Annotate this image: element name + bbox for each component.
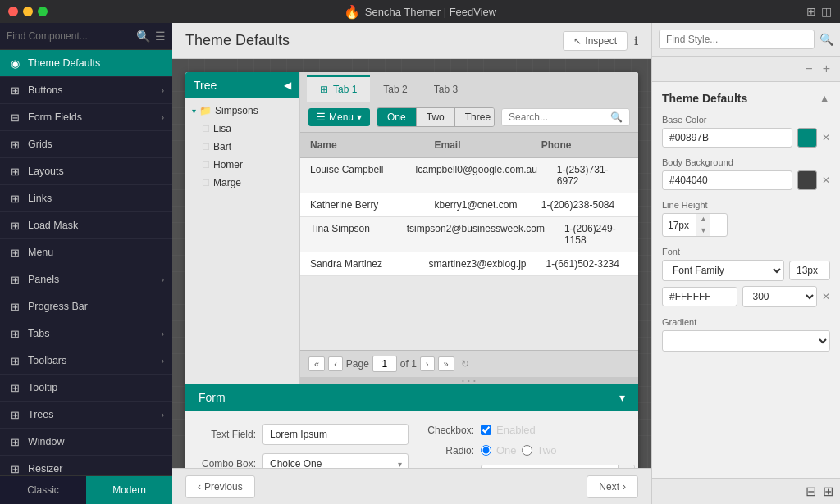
combo-field-label: Combo Box: (199, 458, 256, 468)
sidebar-item-tooltip[interactable]: ⊞ Tooltip (0, 375, 172, 402)
base-color-label: Base Color (662, 115, 830, 125)
sidebar-item-toolbars[interactable]: ⊞ Toolbars › (0, 347, 172, 375)
sidebar-item-buttons[interactable]: ⊞ Buttons › (0, 77, 172, 104)
sidebar-search-input[interactable] (7, 30, 131, 42)
main-content: Theme Defaults ↖ Inspect ℹ Tree ◀ (172, 23, 651, 504)
close-button[interactable] (8, 7, 18, 16)
right-search-input[interactable] (659, 30, 815, 49)
font-size-input[interactable] (789, 261, 830, 280)
progress-bar-icon: ⊞ (8, 300, 21, 313)
sidebar-item-theme-defaults[interactable]: ◉ Theme Defaults (0, 50, 172, 77)
base-color-swatch[interactable] (797, 128, 817, 148)
color-clear-icon[interactable]: ✕ (822, 132, 830, 143)
next-page-button[interactable]: › (420, 356, 435, 371)
tree-node-homer[interactable]: ☐ Homer (185, 156, 299, 174)
right-search-icon[interactable]: 🔍 (819, 33, 833, 46)
radio-two[interactable] (522, 445, 532, 456)
refresh-icon[interactable]: ↻ (461, 358, 469, 370)
sidebar-item-label: Buttons (28, 84, 155, 96)
sidebar-item-grids[interactable]: ⊞ Grids (0, 131, 172, 158)
app-layout: 🔍 ☰ ◉ Theme Defaults ⊞ Buttons › ⊟ Form … (0, 23, 840, 504)
sidebar-item-menu[interactable]: ⊞ Menu (0, 239, 172, 266)
checkbox-input[interactable] (481, 425, 491, 435)
tree-collapse-icon[interactable]: ◀ (284, 79, 291, 91)
col-header-phone: Phone (532, 133, 638, 157)
sidebar-item-trees[interactable]: ⊞ Trees › (0, 402, 172, 429)
tab-3[interactable]: Tab 3 (421, 75, 471, 102)
sidebar-item-links[interactable]: ⊞ Links (0, 185, 172, 212)
grid-view-icon[interactable]: ⊞ (806, 5, 816, 18)
font-color-input[interactable] (662, 287, 737, 306)
base-color-input[interactable] (662, 128, 792, 148)
right-toolbar: − + (652, 57, 840, 82)
body-bg-swatch[interactable] (797, 170, 817, 190)
line-height-stepper: ▲ ▼ (662, 213, 728, 237)
maximize-button[interactable] (38, 7, 48, 16)
modern-button[interactable]: Modern (86, 476, 172, 504)
seg-btn-three[interactable]: Three (455, 108, 495, 126)
tree-node-lisa[interactable]: ☐ Lisa (185, 120, 299, 138)
stepper-buttons: ▲ ▼ (696, 214, 710, 236)
stepper-down-button[interactable]: ▼ (696, 225, 710, 237)
table-row[interactable]: Louise Campbell lcampbell0@google.com.au… (300, 158, 638, 193)
grid-search-input[interactable] (509, 111, 607, 123)
next-button[interactable]: Next › (587, 475, 638, 498)
tree-node-bart[interactable]: ☐ Bart (185, 138, 299, 156)
sidebar-item-label: Trees (28, 409, 155, 420)
sidebar-menu-icon[interactable]: ☰ (155, 30, 166, 43)
last-page-button[interactable]: » (438, 356, 454, 371)
form-body: Text Field: Combo Box: Choice One ▾ (185, 411, 638, 468)
tree-node-marge[interactable]: ☐ Marge (185, 174, 299, 192)
first-page-button[interactable]: « (308, 356, 325, 371)
text-field-input[interactable] (262, 424, 409, 445)
info-icon[interactable]: ℹ (634, 34, 638, 48)
tab-1[interactable]: ⊞ Tab 1 (307, 75, 370, 102)
stepper-up-button[interactable]: ▲ (696, 214, 710, 225)
main-toolbar: Theme Defaults ↖ Inspect ℹ (172, 23, 651, 59)
minus-icon[interactable]: − (801, 60, 815, 78)
combo-box[interactable]: Choice One (262, 453, 409, 468)
color-clear-icon[interactable]: ✕ (822, 175, 830, 186)
tree-node-simpsons[interactable]: ▾ 📁 Simpsons (185, 102, 299, 120)
tree-title: Tree (194, 79, 217, 92)
table-row[interactable]: Sandra Martinez smartinez3@exblog.jp 1-(… (300, 252, 638, 276)
font-family-select[interactable]: Font Family (662, 260, 784, 281)
inspect-button[interactable]: ↖ Inspect (563, 31, 628, 51)
list-view-icon[interactable]: ◫ (821, 5, 832, 18)
section-collapse-icon[interactable]: ▲ (819, 92, 830, 105)
table-row[interactable]: Katherine Berry kberry1@cnet.com 1-(206)… (300, 193, 638, 217)
previous-button[interactable]: ‹ Previous (185, 475, 255, 498)
sidebar-item-resizer[interactable]: ⊞ Resizer (0, 456, 172, 475)
sidebar-item-layouts[interactable]: ⊞ Layouts (0, 158, 172, 185)
menu-button[interactable]: ☰ Menu ▾ (308, 108, 370, 126)
line-height-input[interactable] (663, 216, 696, 234)
drag-handle[interactable]: • • • (300, 377, 638, 384)
prev-page-button[interactable]: ‹ (328, 356, 343, 371)
table-row[interactable]: Tina Simpson tsimpson2@businessweek.com … (300, 217, 638, 252)
sidebar-item-window[interactable]: ⊞ Window (0, 429, 172, 456)
sidebar-search-icon[interactable]: 🔍 (136, 30, 150, 43)
radio-one[interactable] (481, 445, 491, 456)
gradient-select[interactable] (662, 330, 830, 352)
sidebar-item-tabs[interactable]: ⊞ Tabs › (0, 320, 172, 347)
page-input[interactable] (372, 356, 397, 372)
sidebar-item-progress-bar[interactable]: ⊞ Progress Bar (0, 293, 172, 320)
classic-button[interactable]: Classic (0, 476, 86, 504)
tooltip-icon: ⊞ (8, 381, 21, 394)
grid-view-icon[interactable]: ⊞ (823, 484, 833, 499)
tree-panel: Tree ◀ ▾ 📁 Simpsons ☐ Lisa (185, 72, 300, 384)
body-bg-input[interactable] (662, 170, 792, 190)
radio-two-label: Two (537, 444, 557, 456)
font-color-clear-icon[interactable]: ✕ (822, 291, 830, 302)
sidebar-item-load-mask[interactable]: ⊞ Load Mask (0, 212, 172, 239)
sidebar-item-panels[interactable]: ⊞ Panels › (0, 266, 172, 293)
tab-2[interactable]: Tab 2 (370, 75, 420, 102)
seg-btn-two[interactable]: Two (417, 108, 455, 126)
minimize-button[interactable] (23, 7, 33, 16)
sidebar-item-form-fields[interactable]: ⊟ Form Fields › (0, 104, 172, 131)
seg-btn-one[interactable]: One (377, 108, 417, 126)
sliders-icon[interactable]: ⊟ (806, 484, 816, 499)
form-header[interactable]: Form ▾ (185, 384, 638, 411)
plus-icon[interactable]: + (819, 60, 833, 78)
font-weight-select[interactable]: 300 (742, 286, 818, 307)
